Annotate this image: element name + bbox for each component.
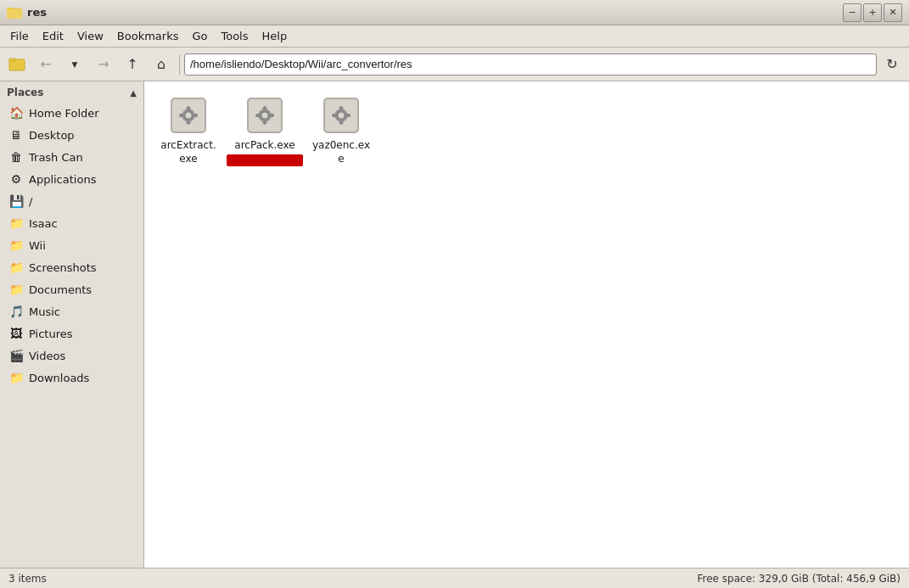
location-bar[interactable] [184,53,877,76]
sidebar-label: Videos [29,350,65,362]
svg-rect-36 [333,114,336,117]
sidebar-label: Applications [29,173,96,186]
svg-rect-4 [9,59,15,61]
menu-item-tools[interactable]: Tools [214,27,255,45]
file-area[interactable]: arcExtract.exe arcPack.exe yaz0enc.exe [144,81,909,568]
svg-rect-25 [256,114,260,117]
sidebar-label: Trash Can [29,151,83,164]
toolbar-separator [179,54,180,75]
desktop-icon: 🖥 [8,127,24,143]
file-name: arcPack.exe [234,139,295,153]
sidebar-item-desktop[interactable]: 🖥Desktop [2,124,142,146]
sidebar-label: Home Folder [29,107,99,120]
menu-item-edit[interactable]: Edit [36,27,70,45]
svg-rect-2 [7,9,22,19]
sidebar-label: Documents [29,283,92,296]
back-button[interactable]: ← [32,52,59,77]
sidebar-label: Pictures [29,328,72,340]
toolbar: ← ▼ → ↑ ⌂ ↻ [0,48,909,81]
sidebar-collapse-icon[interactable]: ▲ [130,88,137,98]
menu-item-file[interactable]: File [3,27,36,45]
sidebar-item-trash-can[interactable]: 🗑Trash Can [2,146,142,168]
svg-rect-12 [194,114,198,117]
sidebar-item-downloads[interactable]: 📁Downloads [2,367,142,389]
rename-bar[interactable] [227,154,303,166]
exe-icon [321,95,362,136]
sidebar-item-home-folder[interactable]: 🏠Home Folder [2,102,142,124]
sidebar-label: Downloads [29,372,89,384]
sidebar-label: / [29,195,32,208]
window-title: res [27,6,47,19]
exe-icon [168,95,209,136]
sidebar-item--[interactable]: 💾/ [2,190,142,212]
file-name: arcExtract.exe [158,139,219,165]
svg-point-29 [339,113,345,119]
sidebar-item-screenshots[interactable]: 📁Screenshots [2,256,142,278]
sidebar-item-videos[interactable]: 🎬Videos [2,344,142,367]
titlebar: res − + ✕ [0,0,909,25]
minimize-button[interactable]: − [843,3,861,22]
videos-icon: 🎬 [8,348,24,363]
main-area: Places ▲ 🏠Home Folder🖥Desktop🗑Trash Can⚙… [0,81,909,568]
sidebar-title: Places [7,87,43,98]
item-count: 3 items [8,573,47,585]
sidebar-item-pictures[interactable]: 🖼Pictures [2,322,142,344]
svg-point-18 [262,113,268,119]
sidebar-item-documents[interactable]: 📁Documents [2,278,142,300]
new-folder-button[interactable] [3,52,31,77]
folder-icon: 📁 [8,216,24,231]
file-item[interactable]: arcPack.exe [231,92,299,170]
sidebar: Places ▲ 🏠Home Folder🖥Desktop🗑Trash Can⚙… [0,81,144,568]
statusbar: 3 items Free space: 329,0 GiB (Total: 45… [0,568,909,588]
close-button[interactable]: ✕ [884,3,902,22]
reload-button[interactable]: ↻ [878,52,906,77]
svg-rect-14 [180,114,183,117]
sidebar-label: Desktop [29,129,75,142]
maximize-button[interactable]: + [863,3,882,22]
titlebar-left: res [7,5,47,20]
file-item[interactable]: arcExtract.exe [154,92,222,170]
sidebar-resize-handle[interactable] [139,81,143,568]
svg-point-7 [186,113,192,119]
file-name: yaz0enc.exe [311,139,372,165]
sidebar-label: Wii [29,239,46,252]
menu-item-go[interactable]: Go [185,27,214,45]
menubar: FileEditViewBookmarksGoToolsHelp [0,25,909,48]
sidebar-items: 🏠Home Folder🖥Desktop🗑Trash Can⚙Applicati… [0,102,143,389]
up-button[interactable]: ↑ [119,52,146,77]
folder-icon: 📁 [8,370,24,385]
exe-icon [244,95,285,136]
sidebar-header: Places ▲ [0,81,143,102]
menu-item-bookmarks[interactable]: Bookmarks [110,27,186,45]
folder-icon: 📁 [8,260,24,275]
sidebar-label: Isaac [29,217,58,230]
apps-icon: ⚙ [8,171,24,187]
menu-item-view[interactable]: View [70,27,110,45]
folder-icon [7,5,22,20]
sidebar-item-applications[interactable]: ⚙Applications [2,168,142,190]
sidebar-label: Screenshots [29,261,97,274]
music-icon: 🎵 [8,304,24,319]
titlebar-controls: − + ✕ [843,3,902,22]
trash-icon: 🗑 [8,149,24,165]
free-space: Free space: 329,0 GiB (Total: 456,9 GiB) [698,573,901,585]
menu-item-help[interactable]: Help [255,27,295,45]
root-icon: 💾 [8,193,24,209]
sidebar-item-music[interactable]: 🎵Music [2,300,142,322]
folder-icon: 📁 [8,238,24,253]
sidebar-label: Music [29,305,60,318]
back-dropdown-button[interactable]: ▼ [61,52,88,77]
sidebar-item-wii[interactable]: 📁Wii [2,234,142,256]
new-folder-icon [8,56,25,73]
pictures-icon: 🖼 [8,326,24,341]
file-grid: arcExtract.exe arcPack.exe yaz0enc.exe [154,92,899,170]
sidebar-item-isaac[interactable]: 📁Isaac [2,212,142,234]
home-button[interactable]: ⌂ [148,52,175,77]
home-icon: 🏠 [8,105,24,120]
folder-icon: 📁 [8,282,24,297]
svg-rect-34 [347,114,351,117]
file-item[interactable]: yaz0enc.exe [307,92,375,170]
svg-rect-23 [271,114,274,117]
forward-button[interactable]: → [90,52,117,77]
